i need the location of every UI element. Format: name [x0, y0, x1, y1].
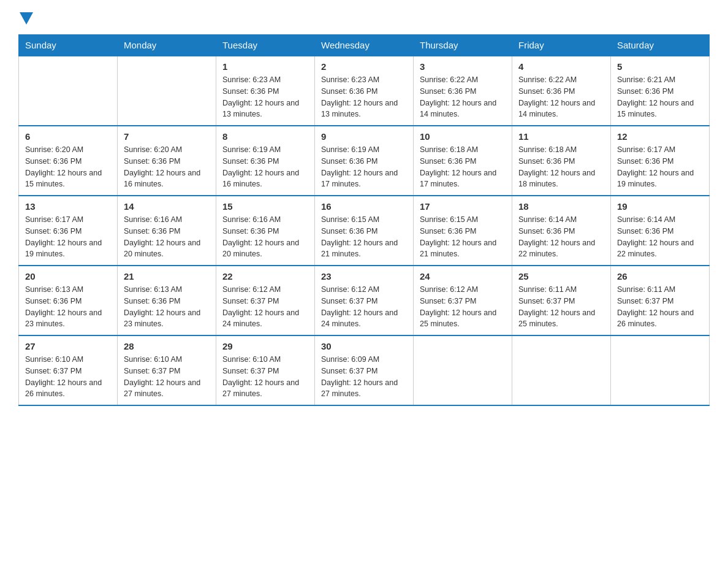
day-number: 17: [420, 201, 506, 212]
calendar-cell: 12Sunrise: 6:17 AMSunset: 6:36 PMDayligh…: [611, 126, 710, 196]
calendar-cell: 14Sunrise: 6:16 AMSunset: 6:36 PMDayligh…: [118, 196, 216, 266]
calendar-cell: 4Sunrise: 6:22 AMSunset: 6:36 PMDaylight…: [512, 56, 611, 126]
day-info: Sunrise: 6:23 AMSunset: 6:36 PMDaylight:…: [222, 74, 308, 120]
day-number: 1: [222, 61, 308, 72]
day-of-week-header: Saturday: [611, 35, 710, 56]
day-of-week-header: Friday: [512, 35, 611, 56]
calendar-cell: 16Sunrise: 6:15 AMSunset: 6:36 PMDayligh…: [315, 196, 414, 266]
day-info: Sunrise: 6:09 AMSunset: 6:37 PMDaylight:…: [321, 354, 407, 400]
day-info: Sunrise: 6:18 AMSunset: 6:36 PMDaylight:…: [420, 144, 506, 190]
day-info: Sunrise: 6:16 AMSunset: 6:36 PMDaylight:…: [222, 214, 308, 260]
calendar-cell: 18Sunrise: 6:14 AMSunset: 6:36 PMDayligh…: [512, 196, 611, 266]
day-info: Sunrise: 6:11 AMSunset: 6:37 PMDaylight:…: [617, 284, 703, 330]
day-info: Sunrise: 6:12 AMSunset: 6:37 PMDaylight:…: [420, 284, 506, 330]
logo-triangle-icon: [20, 12, 33, 25]
day-number: 26: [617, 271, 703, 282]
calendar-cell: 15Sunrise: 6:16 AMSunset: 6:36 PMDayligh…: [216, 196, 315, 266]
page-header: [18, 12, 710, 22]
day-number: 25: [518, 271, 604, 282]
calendar-cell: 25Sunrise: 6:11 AMSunset: 6:37 PMDayligh…: [512, 266, 611, 335]
calendar-week-row: 27Sunrise: 6:10 AMSunset: 6:37 PMDayligh…: [19, 335, 710, 405]
day-number: 23: [321, 271, 407, 282]
calendar-cell: 28Sunrise: 6:10 AMSunset: 6:37 PMDayligh…: [118, 335, 216, 405]
calendar-cell: 7Sunrise: 6:20 AMSunset: 6:36 PMDaylight…: [118, 126, 216, 196]
day-info: Sunrise: 6:17 AMSunset: 6:36 PMDaylight:…: [617, 144, 703, 190]
day-number: 11: [518, 131, 604, 142]
day-info: Sunrise: 6:14 AMSunset: 6:36 PMDaylight:…: [617, 214, 703, 260]
day-number: 6: [25, 131, 111, 142]
calendar-cell: 1Sunrise: 6:23 AMSunset: 6:36 PMDaylight…: [216, 56, 315, 126]
day-number: 29: [222, 341, 308, 351]
calendar-week-row: 13Sunrise: 6:17 AMSunset: 6:36 PMDayligh…: [19, 196, 710, 266]
day-number: 2: [321, 61, 407, 72]
day-number: 30: [321, 341, 407, 351]
day-info: Sunrise: 6:20 AMSunset: 6:36 PMDaylight:…: [25, 144, 111, 190]
calendar-cell: [118, 56, 216, 126]
calendar-cell: 29Sunrise: 6:10 AMSunset: 6:37 PMDayligh…: [216, 335, 315, 405]
calendar-cell: 13Sunrise: 6:17 AMSunset: 6:36 PMDayligh…: [19, 196, 118, 266]
day-info: Sunrise: 6:19 AMSunset: 6:36 PMDaylight:…: [321, 144, 407, 190]
calendar-week-row: 1Sunrise: 6:23 AMSunset: 6:36 PMDaylight…: [19, 56, 710, 126]
day-of-week-header: Wednesday: [315, 35, 414, 56]
calendar-cell: 8Sunrise: 6:19 AMSunset: 6:36 PMDaylight…: [216, 126, 315, 196]
day-number: 3: [420, 61, 506, 72]
day-number: 28: [124, 341, 210, 351]
day-number: 8: [222, 131, 308, 142]
calendar-cell: 22Sunrise: 6:12 AMSunset: 6:37 PMDayligh…: [216, 266, 315, 335]
day-info: Sunrise: 6:10 AMSunset: 6:37 PMDaylight:…: [222, 354, 308, 400]
calendar-cell: 9Sunrise: 6:19 AMSunset: 6:36 PMDaylight…: [315, 126, 414, 196]
calendar-cell: 20Sunrise: 6:13 AMSunset: 6:36 PMDayligh…: [19, 266, 118, 335]
day-number: 22: [222, 271, 308, 282]
calendar-header-row: SundayMondayTuesdayWednesdayThursdayFrid…: [19, 35, 710, 56]
day-number: 13: [25, 201, 111, 212]
day-of-week-header: Monday: [118, 35, 216, 56]
day-number: 5: [617, 61, 703, 72]
calendar-cell: 23Sunrise: 6:12 AMSunset: 6:37 PMDayligh…: [315, 266, 414, 335]
day-of-week-header: Thursday: [414, 35, 512, 56]
calendar-cell: 3Sunrise: 6:22 AMSunset: 6:36 PMDaylight…: [414, 56, 512, 126]
calendar-cell: [414, 335, 512, 405]
day-info: Sunrise: 6:15 AMSunset: 6:36 PMDaylight:…: [420, 214, 506, 260]
day-info: Sunrise: 6:22 AMSunset: 6:36 PMDaylight:…: [518, 74, 604, 120]
calendar-cell: 10Sunrise: 6:18 AMSunset: 6:36 PMDayligh…: [414, 126, 512, 196]
day-number: 16: [321, 201, 407, 212]
day-info: Sunrise: 6:14 AMSunset: 6:36 PMDaylight:…: [518, 214, 604, 260]
day-info: Sunrise: 6:17 AMSunset: 6:36 PMDaylight:…: [25, 214, 111, 260]
day-info: Sunrise: 6:13 AMSunset: 6:36 PMDaylight:…: [124, 284, 210, 330]
day-number: 19: [617, 201, 703, 212]
day-number: 9: [321, 131, 407, 142]
calendar-cell: 5Sunrise: 6:21 AMSunset: 6:36 PMDaylight…: [611, 56, 710, 126]
svg-marker-0: [20, 12, 33, 25]
day-info: Sunrise: 6:21 AMSunset: 6:36 PMDaylight:…: [617, 74, 703, 120]
calendar-week-row: 6Sunrise: 6:20 AMSunset: 6:36 PMDaylight…: [19, 126, 710, 196]
calendar-cell: 2Sunrise: 6:23 AMSunset: 6:36 PMDaylight…: [315, 56, 414, 126]
calendar-cell: 17Sunrise: 6:15 AMSunset: 6:36 PMDayligh…: [414, 196, 512, 266]
calendar-table: SundayMondayTuesdayWednesdayThursdayFrid…: [18, 34, 710, 406]
calendar-cell: 24Sunrise: 6:12 AMSunset: 6:37 PMDayligh…: [414, 266, 512, 335]
day-number: 27: [25, 341, 111, 351]
day-info: Sunrise: 6:12 AMSunset: 6:37 PMDaylight:…: [321, 284, 407, 330]
day-number: 24: [420, 271, 506, 282]
day-info: Sunrise: 6:11 AMSunset: 6:37 PMDaylight:…: [518, 284, 604, 330]
day-number: 12: [617, 131, 703, 142]
logo: [18, 12, 34, 22]
day-info: Sunrise: 6:10 AMSunset: 6:37 PMDaylight:…: [124, 354, 210, 400]
calendar-cell: 30Sunrise: 6:09 AMSunset: 6:37 PMDayligh…: [315, 335, 414, 405]
day-number: 4: [518, 61, 604, 72]
day-info: Sunrise: 6:18 AMSunset: 6:36 PMDaylight:…: [518, 144, 604, 190]
day-info: Sunrise: 6:13 AMSunset: 6:36 PMDaylight:…: [25, 284, 111, 330]
calendar-cell: 27Sunrise: 6:10 AMSunset: 6:37 PMDayligh…: [19, 335, 118, 405]
day-of-week-header: Sunday: [19, 35, 118, 56]
calendar-week-row: 20Sunrise: 6:13 AMSunset: 6:36 PMDayligh…: [19, 266, 710, 335]
day-info: Sunrise: 6:22 AMSunset: 6:36 PMDaylight:…: [420, 74, 506, 120]
day-info: Sunrise: 6:23 AMSunset: 6:36 PMDaylight:…: [321, 74, 407, 120]
day-number: 18: [518, 201, 604, 212]
day-info: Sunrise: 6:10 AMSunset: 6:37 PMDaylight:…: [25, 354, 111, 400]
day-number: 10: [420, 131, 506, 142]
day-number: 15: [222, 201, 308, 212]
calendar-cell: [512, 335, 611, 405]
calendar-cell: 19Sunrise: 6:14 AMSunset: 6:36 PMDayligh…: [611, 196, 710, 266]
calendar-cell: [19, 56, 118, 126]
day-of-week-header: Tuesday: [216, 35, 315, 56]
day-info: Sunrise: 6:20 AMSunset: 6:36 PMDaylight:…: [124, 144, 210, 190]
